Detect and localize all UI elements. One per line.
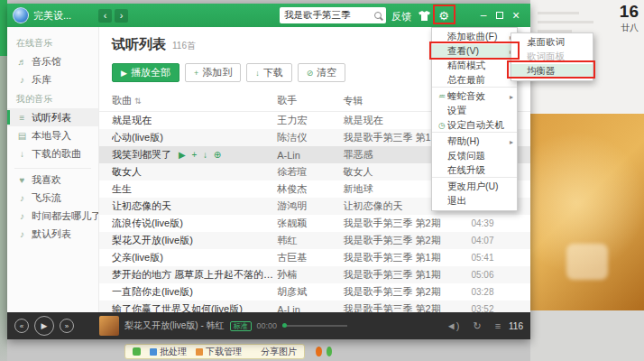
menu-item[interactable]: 帮助(H) ▸ [432, 134, 517, 149]
song-artist[interactable]: 林俊杰 [277, 182, 343, 196]
search-box[interactable]: 我是歌手第三季 [280, 7, 386, 23]
next-track-icon[interactable]: » [60, 319, 74, 333]
song-album[interactable]: 我是歌手第三季 第2期 [343, 217, 471, 230]
toolbar-item[interactable]: 下载管理 [196, 346, 242, 358]
song-album[interactable]: 我是歌手第三季 第1期 [343, 268, 471, 282]
sidebar-item[interactable]: ≡ 试听列表 [7, 108, 98, 126]
song-artist[interactable]: 古巨基 [277, 251, 343, 264]
sidebar-online-list: ♬ 音乐馆 ♪ 乐库 [7, 52, 98, 88]
song-album[interactable]: 我是歌手第三季 第2期 [343, 302, 471, 312]
sidebar-item-label: 试听列表 [32, 111, 71, 125]
toolbar-button-label: 播放全部 [131, 66, 170, 79]
menu-item[interactable]: 添加歌曲(F) ▸ [432, 30, 517, 44]
menu-item[interactable]: 设置 [432, 104, 517, 118]
sidebar-item[interactable]: ↓ 下载的歌曲 [7, 144, 98, 162]
sidebar-playlist-item[interactable]: ♪ 时间都去哪儿了1 [7, 207, 98, 225]
song-artist[interactable]: 陈洁仪 [277, 131, 343, 144]
menu-item[interactable]: 退出 [432, 194, 517, 208]
submenu-item[interactable]: 均衡器 [511, 64, 593, 79]
sidebar-item[interactable]: ♬ 音乐馆 [7, 52, 98, 70]
menu-item[interactable]: ◷ 设定自动关机 [432, 118, 517, 133]
menu-item[interactable]: 查看(V) ▸ [432, 44, 517, 59]
feedback-button[interactable]: 反馈 [391, 10, 411, 23]
sidebar-playlist-item[interactable]: ♥ 我喜欢 [7, 171, 98, 189]
forward-button[interactable]: › [115, 9, 128, 23]
toolbar-button[interactable]: ↓ 下载 [246, 63, 292, 82]
table-row[interactable]: 一直陪你走(live版) ▶ + ↓ ⊕ 胡彦斌 我是歌手第三季 第2期 03:… [99, 283, 530, 301]
row-action-icons[interactable]: ▶ + ↓ ⊕ [179, 150, 223, 160]
sidebar-item[interactable]: ▤ 本地导入 [7, 126, 98, 144]
menu-item-label: 总在最前 [447, 74, 513, 87]
record-icon[interactable] [316, 347, 322, 356]
submenu-item[interactable]: 歌词面板 [511, 50, 593, 64]
menu-item[interactable]: 精简模式 [432, 59, 517, 73]
sidebar-playlist-item[interactable]: ♪ 默认列表 [7, 225, 98, 243]
minimize-icon[interactable]: – [476, 8, 491, 23]
search-input[interactable]: 我是歌手第三季 [284, 9, 371, 22]
username[interactable]: 完美设... [33, 9, 71, 23]
sidebar-item[interactable]: ♪ 乐库 [7, 70, 98, 88]
song-album[interactable]: 我是歌手第三季 第1期 [343, 251, 471, 264]
song-artist[interactable]: 韩红 [277, 234, 343, 247]
playlist-icon: ♪ [17, 229, 27, 239]
table-row[interactable]: 输了你赢了世界又如何(live版) ▶ + ↓ ⊕ A-Lin 我是歌手第三季 … [99, 301, 530, 312]
back-button[interactable]: ‹ [98, 9, 112, 23]
toolbar-item[interactable]: 分享图片 [251, 346, 297, 358]
confirm-icon[interactable] [327, 347, 333, 356]
toolbar-button-icon: ↓ [255, 69, 260, 78]
play-icon[interactable]: ▶ [34, 316, 54, 336]
sidebar-mine-list: ≡ 试听列表 ▤ 本地导入 ↓ 下载的歌曲 [7, 108, 98, 162]
song-artist[interactable]: A-Lin [277, 150, 343, 161]
album-art-thumbnail[interactable] [99, 316, 119, 336]
menu-item[interactable]: ♒ 蝰蛇音效 ▸ [432, 89, 517, 104]
song-artist[interactable]: 徐若瑄 [277, 165, 343, 179]
previous-track-icon[interactable]: « [14, 319, 29, 333]
playlist-label: 默认列表 [32, 227, 71, 241]
song-artist[interactable]: 孙楠 [277, 268, 343, 282]
toolbar-leading-icon [133, 347, 141, 356]
volume-icon[interactable]: ◄) [446, 320, 460, 331]
song-artist[interactable]: 胡彦斌 [277, 285, 343, 299]
search-icon[interactable] [374, 12, 382, 19]
toolbar-item[interactable]: 批处理 [150, 346, 187, 358]
sidebar-item-icon: ♪ [17, 75, 27, 85]
table-row[interactable]: 梦开始的地方 愿草原上升起不落的太阳(live版) ▶ + ↓ ⊕ 孙楠 我是歌… [99, 266, 530, 283]
maximize-icon[interactable] [492, 8, 507, 23]
menu-item[interactable]: 更改用户(U) [432, 180, 517, 194]
song-album[interactable]: 我是歌手第三季 第2期 [343, 234, 471, 247]
quality-badge[interactable]: 标准 [230, 321, 252, 331]
toolbar-button[interactable]: ▶ 播放全部 [112, 63, 179, 82]
menu-item[interactable]: 反馈问题 [432, 149, 517, 163]
main-menu-gear-icon[interactable]: ⚙ [437, 8, 451, 23]
user-avatar[interactable] [13, 7, 29, 23]
toolbar-button[interactable]: ⊘ 清空 [298, 63, 346, 82]
skin-icon[interactable] [417, 8, 431, 23]
column-song[interactable]: 歌曲⇅ [112, 94, 277, 107]
submenu-item[interactable]: 桌面歌词 [511, 35, 593, 50]
table-row[interactable]: 流浪传说(live版) ▶ + ↓ ⊕ 张靓颖 我是歌手第三季 第2期 04:3… [99, 215, 530, 232]
progress-bar[interactable] [282, 325, 347, 327]
song-artist[interactable]: 张靓颖 [277, 217, 343, 230]
progress-handle[interactable] [282, 323, 287, 328]
close-icon[interactable]: × [509, 8, 523, 23]
song-artist[interactable]: A-Lin [277, 304, 343, 313]
song-duration: 03:52 [471, 304, 525, 312]
menu-item[interactable]: 总在最前 [432, 73, 517, 88]
table-row[interactable]: 梨花又开放(live版) ▶ + ↓ ⊕ 韩红 我是歌手第三季 第2期 04:0… [99, 232, 530, 249]
song-album[interactable]: 我是歌手第三季 第2期 [343, 285, 471, 299]
play-mode-icon[interactable]: ↻ [473, 320, 481, 332]
song-artist[interactable]: 游鸿明 [277, 199, 343, 213]
sidebar-playlist-item[interactable]: ♪ 飞乐流 [7, 189, 98, 207]
menu-item-label: 设置 [447, 105, 513, 117]
toolbar-button[interactable]: + 添加到 [185, 63, 241, 82]
song-artist[interactable]: 王力宏 [277, 114, 343, 127]
now-playing-title[interactable]: 梨花又开放(live版) - 韩红 [124, 319, 225, 332]
menu-item-label: 帮助(H) [447, 135, 510, 148]
playlist-panel-icon[interactable]: ≡ [495, 320, 501, 331]
sort-icon[interactable]: ⇅ [134, 97, 142, 106]
desktop-wallpaper-photo [530, 114, 644, 310]
column-artist[interactable]: 歌手 [277, 94, 343, 107]
menu-item[interactable]: 在线升级 [432, 163, 517, 178]
table-row[interactable]: 父亲(live版) ▶ + ↓ ⊕ 古巨基 我是歌手第三季 第1期 05:41 [99, 249, 530, 266]
background-text-line [538, 21, 593, 23]
